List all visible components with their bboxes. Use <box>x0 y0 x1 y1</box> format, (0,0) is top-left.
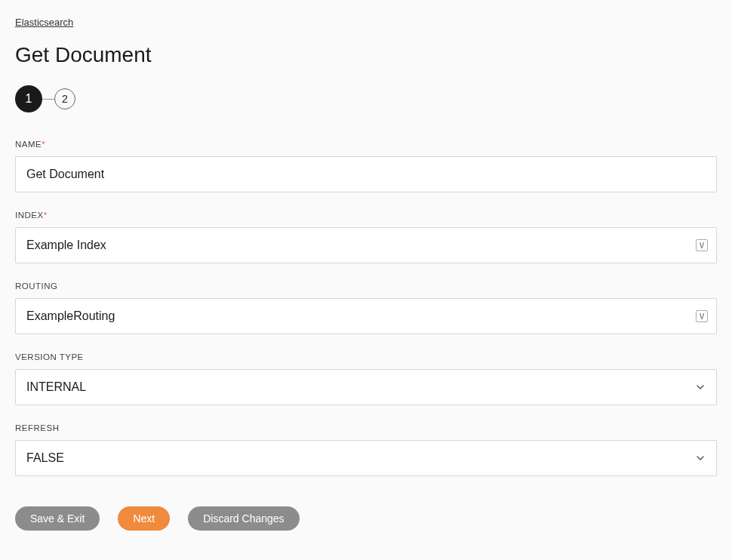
index-label: INDEX* <box>15 211 717 220</box>
version-type-select[interactable]: INTERNAL <box>15 369 717 405</box>
save-exit-button[interactable]: Save & Exit <box>15 506 100 531</box>
breadcrumb[interactable]: Elasticsearch <box>15 17 73 28</box>
refresh-label: REFRESH <box>15 423 717 432</box>
routing-input[interactable] <box>15 298 717 334</box>
variable-icon[interactable]: V <box>696 239 708 251</box>
variable-icon[interactable]: V <box>696 310 708 322</box>
footer-buttons: Save & Exit Next Discard Changes <box>15 506 717 531</box>
step-1[interactable]: 1 <box>15 85 42 112</box>
required-mark: * <box>42 140 45 149</box>
name-label: NAME* <box>15 140 717 149</box>
refresh-select[interactable]: FALSE <box>15 440 717 476</box>
discard-changes-button[interactable]: Discard Changes <box>188 506 299 531</box>
next-button[interactable]: Next <box>118 506 170 531</box>
stepper: 1 2 <box>15 85 717 112</box>
version-type-label: VERSION TYPE <box>15 352 717 362</box>
routing-label: ROUTING <box>15 282 717 291</box>
index-input[interactable] <box>15 227 717 263</box>
step-2[interactable]: 2 <box>54 88 75 109</box>
step-connector <box>42 99 54 100</box>
name-input[interactable] <box>15 156 717 192</box>
required-mark: * <box>44 211 48 220</box>
page-title: Get Document <box>15 43 717 67</box>
